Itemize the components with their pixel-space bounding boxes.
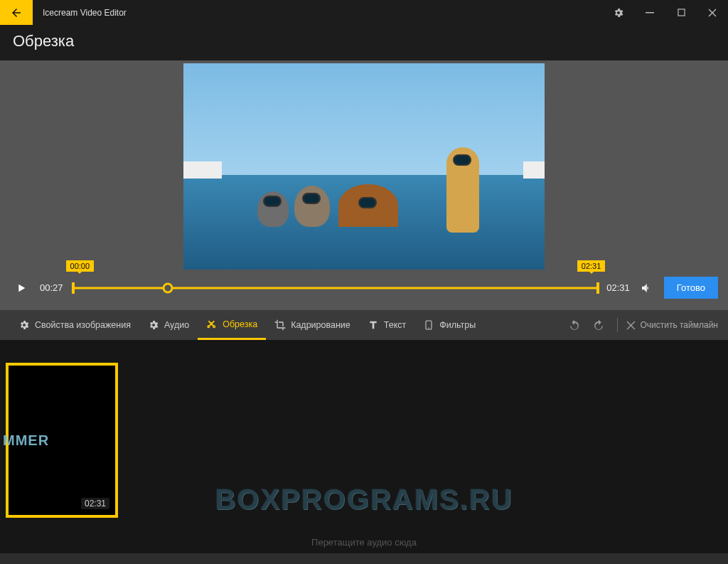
minimize-icon bbox=[646, 9, 654, 17]
maximize-icon bbox=[678, 9, 685, 16]
timeline-ruler[interactable] bbox=[9, 346, 728, 356]
minimize-button[interactable] bbox=[634, 0, 665, 25]
close-button[interactable] bbox=[697, 0, 728, 25]
tool-toolbar: Свойства изображения Аудио Обрезка Кадри… bbox=[0, 310, 728, 340]
tool-crop[interactable]: Кадрирование bbox=[266, 310, 359, 340]
tool-label: Свойства изображения bbox=[35, 320, 131, 330]
close-icon bbox=[626, 321, 636, 330]
redo-button[interactable] bbox=[589, 315, 609, 335]
tool-audio[interactable]: Аудио bbox=[139, 310, 198, 340]
clear-timeline-button[interactable]: Очистить таймлайн bbox=[626, 320, 718, 330]
text-icon bbox=[368, 319, 379, 331]
filter-icon bbox=[423, 319, 434, 331]
trim-end-handle[interactable] bbox=[596, 282, 599, 294]
tool-label: Текст bbox=[384, 320, 406, 330]
tool-image-properties[interactable]: Свойства изображения bbox=[10, 310, 139, 340]
svg-rect-0 bbox=[646, 12, 654, 14]
gear-icon bbox=[148, 319, 159, 331]
clip-thumb-text: MMER bbox=[3, 432, 49, 449]
trim-start-handle[interactable] bbox=[72, 282, 75, 294]
svg-rect-1 bbox=[678, 9, 684, 16]
audio-drop-hint: Перетащите аудио сюда bbox=[0, 537, 728, 548]
back-button[interactable] bbox=[0, 0, 33, 25]
settings-button[interactable] bbox=[603, 0, 634, 25]
preview-area: 00:27 00:00 02:31 02:31 Готово bbox=[0, 60, 728, 310]
scissors-icon bbox=[206, 319, 218, 330]
done-button[interactable]: Готово bbox=[664, 277, 718, 299]
tool-label: Кадрирование bbox=[291, 320, 350, 330]
trim-start-marker[interactable]: 00:00 bbox=[66, 260, 95, 272]
close-icon bbox=[708, 9, 717, 17]
crop-icon bbox=[274, 319, 286, 331]
volume-button[interactable] bbox=[638, 280, 654, 296]
tool-trim[interactable]: Обрезка bbox=[198, 310, 266, 340]
svg-point-3 bbox=[429, 327, 429, 328]
play-button[interactable] bbox=[13, 280, 30, 297]
undo-button[interactable] bbox=[564, 315, 584, 335]
maximize-button[interactable] bbox=[665, 0, 697, 25]
arrow-left-icon bbox=[10, 6, 23, 19]
tool-text[interactable]: Текст bbox=[359, 310, 414, 340]
clip-duration: 02:31 bbox=[81, 498, 109, 509]
undo-icon bbox=[568, 319, 581, 331]
tool-label: Аудио bbox=[164, 320, 189, 330]
trim-end-marker[interactable]: 02:31 bbox=[577, 260, 606, 272]
clear-timeline-label: Очистить таймлайн bbox=[640, 320, 718, 330]
timeline-area: MMER 02:31 Перетащите аудио сюда bbox=[0, 340, 728, 553]
speaker-icon bbox=[640, 282, 653, 294]
redo-icon bbox=[592, 319, 605, 331]
current-time: 00:27 bbox=[40, 282, 63, 293]
play-icon bbox=[15, 282, 28, 294]
watermark-text: BOXPROGRAMS.RU bbox=[215, 484, 513, 516]
playhead-thumb[interactable] bbox=[162, 282, 173, 293]
app-title: Icecream Video Editor bbox=[43, 8, 603, 18]
clip-item[interactable]: MMER 02:31 bbox=[6, 363, 118, 518]
tool-filters[interactable]: Фильтры bbox=[414, 310, 484, 340]
tool-label: Фильтры bbox=[439, 320, 476, 330]
gear-icon bbox=[18, 319, 30, 331]
page-title: Обрезка bbox=[0, 25, 728, 60]
duration-time: 02:31 bbox=[606, 282, 630, 293]
gear-icon bbox=[613, 7, 624, 18]
trim-slider[interactable]: 00:00 02:31 bbox=[73, 280, 599, 297]
tool-label: Обрезка bbox=[223, 319, 257, 329]
titlebar: Icecream Video Editor bbox=[0, 0, 728, 25]
video-preview[interactable] bbox=[183, 63, 545, 270]
preview-controls: 00:27 00:00 02:31 02:31 Готово bbox=[0, 270, 728, 302]
